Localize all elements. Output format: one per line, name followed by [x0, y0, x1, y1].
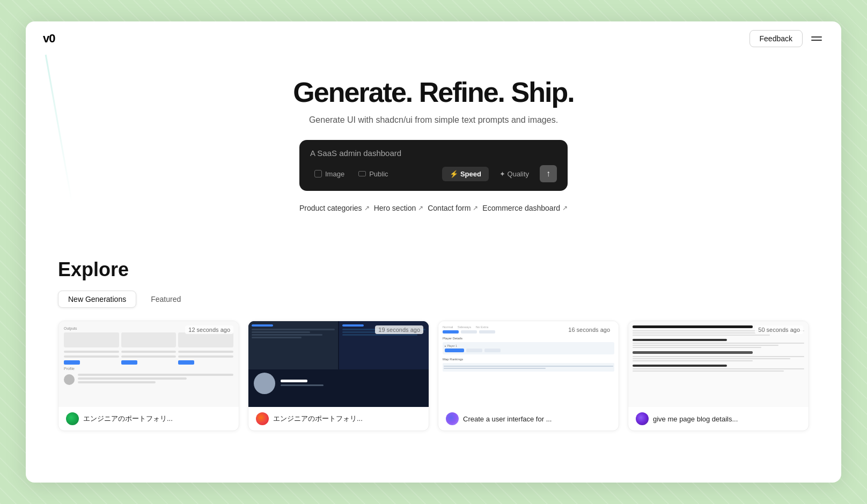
card-4-preview: 50 seconds ago	[628, 321, 809, 407]
explore-tabs: New Generations Featured	[58, 291, 809, 308]
card-2-col-1	[248, 321, 338, 369]
card-4-p8	[633, 358, 790, 359]
link-icon	[358, 171, 366, 176]
quick-link-label: Ecommerce dashboard	[482, 204, 560, 212]
preview-2-line-4	[252, 337, 302, 338]
quick-link-hero-section[interactable]: Hero section	[374, 204, 424, 212]
quick-link-label: Hero section	[374, 204, 416, 212]
header-right: Feedback	[750, 30, 824, 47]
quick-link-contact-form[interactable]: Contact form	[428, 204, 478, 212]
preview-box-2	[121, 332, 177, 347]
card-4-section-3	[633, 351, 804, 361]
preview-line-4	[121, 355, 177, 358]
card-4[interactable]: 50 seconds ago	[628, 321, 809, 431]
feedback-button[interactable]: Feedback	[750, 30, 803, 47]
card-3-user-avatar	[446, 412, 459, 425]
card-4-p11	[633, 370, 784, 372]
public-label: Public	[369, 170, 388, 178]
card-1-col-2	[121, 351, 177, 365]
card-4-p7	[633, 356, 804, 357]
card-3-rank-line-2	[444, 368, 546, 369]
tab-new-generations[interactable]: New Generations	[58, 291, 136, 308]
public-button[interactable]: Public	[354, 168, 392, 180]
card-1-preview: 12 seconds ago Outputs	[58, 321, 239, 407]
card-3-player-btns	[445, 349, 612, 352]
preview-line-5	[178, 351, 233, 353]
preview-2-line-2	[252, 331, 310, 333]
card-2-footer: エンジニアのポートフォリ...	[248, 407, 429, 431]
card-3-rank-line-1	[444, 366, 613, 367]
preview-name-line	[78, 374, 233, 376]
quick-link-label: Product categories	[299, 204, 362, 212]
preview-2-line-1	[252, 329, 335, 330]
card-1-col-3	[178, 351, 233, 365]
card-4-footer: give me page blog details...	[628, 407, 809, 431]
preview-btn-2	[121, 360, 137, 365]
app-window: v0 Feedback Generate. Refine. Ship. Gene…	[26, 21, 841, 483]
submit-button[interactable]: ↑	[540, 165, 557, 182]
preview-box-1	[64, 332, 119, 347]
card-2-label: エンジニアのポートフォリ...	[273, 414, 363, 424]
card-3-timestamp: 16 seconds ago	[565, 325, 613, 334]
card-3-rankings	[443, 363, 614, 372]
hero-headline: Generate. Refine. Ship.	[36, 77, 831, 108]
card-4-timestamp: 50 seconds ago	[755, 325, 803, 334]
tab-featured[interactable]: Featured	[141, 291, 191, 308]
preview-box-3	[178, 332, 233, 347]
card-2-timestamp: 19 seconds ago	[375, 325, 423, 334]
card-1-avatar	[64, 374, 75, 385]
card-1[interactable]: 12 seconds ago Outputs	[58, 321, 239, 431]
card-2[interactable]: 19 seconds ago	[248, 321, 429, 431]
preview-line-1	[64, 351, 119, 353]
card-2-preview: 19 seconds ago	[248, 321, 429, 407]
hero-subtitle: Generate UI with shadcn/ui from simple t…	[36, 115, 831, 125]
card-1-profile-label: Profile	[64, 367, 233, 370]
card-1-grid	[64, 332, 233, 347]
explore-section: Explore New Generations Featured 12 seco…	[26, 237, 841, 447]
tab-new-generations-label: New Generations	[68, 295, 126, 303]
quick-link-ecommerce[interactable]: Ecommerce dashboard	[482, 204, 568, 212]
card-2-name	[281, 380, 307, 382]
prompt-input[interactable]: A SaaS admin dashboard	[310, 149, 557, 158]
preview-tab-2	[461, 330, 477, 333]
preview-line-6	[178, 355, 233, 358]
card-3-player-row: ▸ Player 1	[443, 342, 614, 354]
card-2-title-1	[252, 324, 273, 327]
card-2-info	[281, 380, 324, 387]
preview-btn-3	[178, 360, 194, 365]
menu-line-1	[811, 36, 822, 38]
card-4-h4	[633, 365, 727, 367]
card-4-h2	[633, 339, 727, 341]
logo[interactable]: v0	[43, 32, 55, 46]
quick-link-product-categories[interactable]: Product categories	[299, 204, 370, 212]
card-1-label: エンジニアのポートフォリ...	[83, 414, 173, 424]
card-4-p5	[633, 345, 778, 346]
card-1-profile	[64, 374, 233, 385]
menu-line-2	[811, 40, 822, 41]
card-4-h1	[633, 325, 753, 328]
preview-tab-1	[443, 330, 459, 333]
preview-2-line-7	[342, 334, 417, 336]
card-3-footer: Create a user interface for ...	[438, 407, 619, 431]
preview-tab-3	[479, 330, 495, 333]
card-3-label: Create a user interface for ...	[463, 415, 552, 423]
card-3-preview: 16 seconds ago Normal Sideways No Extra …	[438, 321, 619, 407]
card-4-p3	[633, 335, 770, 336]
prompt-left-controls: Image Public	[310, 168, 393, 180]
card-4-p9	[633, 360, 753, 361]
card-4-user-avatar	[636, 412, 649, 425]
card-3-btn-2	[466, 349, 482, 352]
prompt-right-controls: ⚡ Speed ✦ Quality ↑	[442, 165, 557, 182]
menu-icon[interactable]	[809, 34, 824, 43]
preview-2-line-3	[252, 334, 322, 336]
quality-button[interactable]: ✦ Quality	[492, 167, 537, 181]
card-4-section-2	[633, 339, 804, 348]
speed-button[interactable]: ⚡ Speed	[442, 167, 489, 181]
card-3[interactable]: 16 seconds ago Normal Sideways No Extra …	[438, 321, 619, 431]
image-button[interactable]: Image	[310, 168, 349, 180]
card-1-grid-2	[64, 351, 233, 365]
card-4-p4	[633, 343, 804, 344]
image-icon	[314, 170, 322, 177]
preview-line-3	[121, 351, 177, 353]
quick-link-label: Contact form	[428, 204, 471, 212]
